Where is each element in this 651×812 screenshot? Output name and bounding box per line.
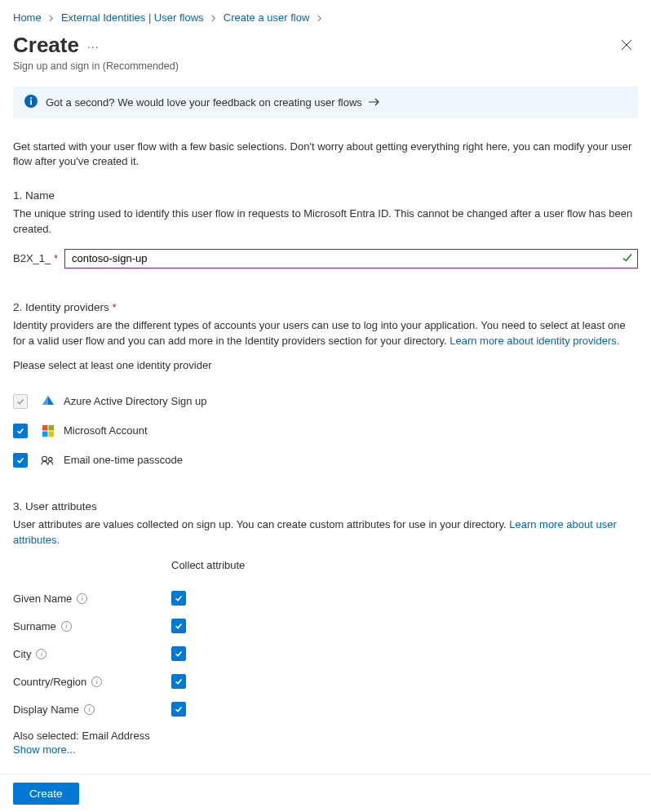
chevron-right-icon xyxy=(316,11,323,24)
feedback-banner[interactable]: Got a second? We would love your feedbac… xyxy=(13,87,638,118)
show-more-link[interactable]: Show more... xyxy=(13,743,76,756)
info-icon[interactable]: i xyxy=(61,621,72,632)
intro-text: Get started with your user flow with a f… xyxy=(13,140,638,171)
page-title: Create xyxy=(13,33,79,57)
svg-point-2 xyxy=(30,97,32,99)
checkbox-display-name[interactable] xyxy=(171,702,186,717)
info-icon[interactable]: i xyxy=(84,704,95,715)
close-button[interactable] xyxy=(615,33,638,56)
close-icon xyxy=(621,39,632,51)
create-button[interactable]: Create xyxy=(13,783,79,805)
section-attrs-desc: User attributes are values collected on … xyxy=(13,517,638,548)
svg-rect-6 xyxy=(49,425,55,431)
attr-label-city: City xyxy=(13,648,31,660)
svg-rect-7 xyxy=(42,431,48,437)
attr-label-surname: Surname xyxy=(13,620,56,632)
checkbox-given-name[interactable] xyxy=(171,591,186,606)
section-attrs-heading: 3. User attributes xyxy=(13,500,638,512)
valid-check-icon xyxy=(622,251,633,265)
attr-label-country-region: Country/Region xyxy=(13,676,86,688)
learn-identity-providers-link[interactable]: Learn more about identity providers. xyxy=(450,335,619,347)
svg-marker-4 xyxy=(42,396,48,405)
breadcrumb-create-user-flow[interactable]: Create a user flow xyxy=(224,11,310,24)
breadcrumb-external-identities[interactable]: External Identities | User flows xyxy=(61,11,204,24)
section-name-desc: The unique string used to identify this … xyxy=(13,206,638,237)
microsoft-icon xyxy=(41,425,55,437)
section-idp-desc: Identity providers are the different typ… xyxy=(13,318,638,349)
page-subtitle: Sign up and sign in (Recommended) xyxy=(13,60,638,72)
email-otp-icon xyxy=(41,455,55,466)
collect-attribute-header: Collect attribute xyxy=(171,559,638,571)
svg-point-10 xyxy=(48,457,52,461)
checkbox-city[interactable] xyxy=(171,646,186,661)
attr-label-given-name: Given Name xyxy=(13,592,72,605)
checkbox-email-otp[interactable] xyxy=(13,453,28,468)
idp-label-aad: Azure Active Directory Sign up xyxy=(64,395,207,407)
breadcrumb: Home External Identities | User flows Cr… xyxy=(13,0,638,32)
checkbox-aad-signup xyxy=(13,394,28,409)
also-selected-text: Also selected: Email Address xyxy=(13,730,638,742)
info-icon[interactable]: i xyxy=(36,649,46,659)
svg-rect-1 xyxy=(30,100,32,104)
svg-point-9 xyxy=(42,456,47,461)
arrow-right-icon xyxy=(369,96,380,109)
feedback-banner-text: Got a second? We would love your feedbac… xyxy=(46,96,362,109)
checkbox-country-region[interactable] xyxy=(171,674,186,689)
info-icon[interactable]: i xyxy=(91,677,102,687)
chevron-right-icon xyxy=(210,11,220,24)
aad-icon xyxy=(41,395,55,408)
section-idp-heading: 2. Identity providers * xyxy=(13,301,638,313)
checkbox-surname[interactable] xyxy=(171,619,186,633)
attr-label-display-name: Display Name xyxy=(13,703,79,716)
breadcrumb-home[interactable]: Home xyxy=(13,11,42,24)
idp-label-ms: Microsoft Account xyxy=(64,424,148,437)
idp-instruction: Please select at least one identity prov… xyxy=(13,359,638,371)
svg-rect-5 xyxy=(42,425,48,431)
info-icon[interactable]: i xyxy=(77,593,87,604)
name-prefix-label: B2X_1_ * xyxy=(13,252,58,264)
user-flow-name-input[interactable] xyxy=(64,249,638,268)
svg-rect-8 xyxy=(49,431,55,437)
checkbox-microsoft-account[interactable] xyxy=(13,424,28,438)
info-icon xyxy=(24,95,38,110)
more-icon[interactable]: ··· xyxy=(87,32,100,53)
section-name-heading: 1. Name xyxy=(13,189,638,202)
chevron-right-icon xyxy=(47,11,58,24)
idp-label-otp: Email one-time passcode xyxy=(64,454,183,466)
